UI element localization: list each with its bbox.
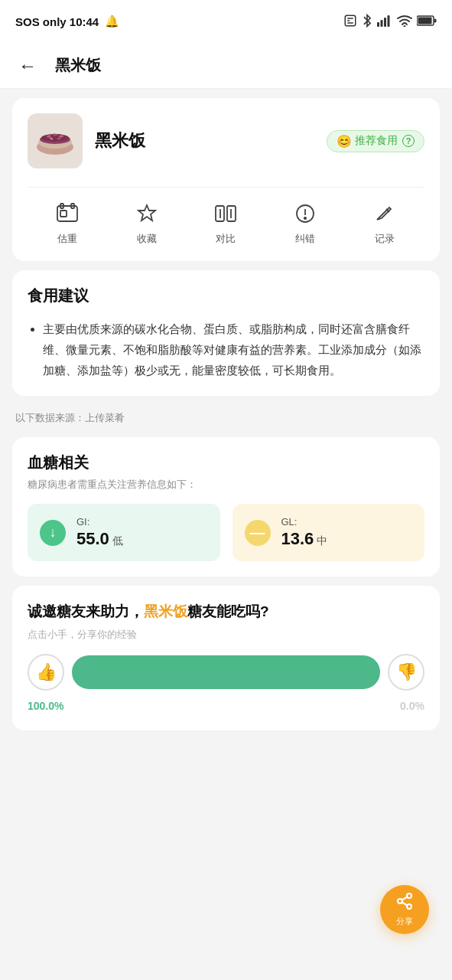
action-compare[interactable]: 对比 — [212, 200, 239, 246]
action-collect[interactable]: 收藏 — [133, 200, 161, 246]
action-label-correct: 纠错 — [295, 232, 315, 246]
food-image — [28, 113, 83, 168]
gl-box: — GL: 13.6中 — [233, 504, 425, 561]
svg-rect-7 — [418, 17, 432, 24]
svg-rect-21 — [60, 211, 67, 217]
share-fab-button[interactable]: 分享 — [380, 885, 429, 934]
action-label-compare: 对比 — [216, 232, 236, 246]
gi-info: GI: 55.0低 — [76, 516, 123, 549]
action-correct[interactable]: 纠错 — [291, 200, 319, 246]
community-subtitle: 点击小手，分享你的经验 — [28, 628, 424, 642]
blood-sugar-card: 血糖相关 糖尿病患者需重点关注营养信息如下： ↓ GI: 55.0低 — GL:… — [12, 437, 440, 577]
svg-rect-2 — [381, 20, 383, 27]
bluetooth-icon — [362, 14, 372, 30]
status-text: SOS only 10:44 — [15, 15, 99, 28]
nfc-icon — [343, 14, 357, 30]
share-label: 分享 — [396, 916, 413, 927]
recommend-badge: 😊 推荐食用 ? — [327, 130, 424, 152]
collect-icon — [133, 200, 161, 227]
wifi-icon — [397, 15, 412, 29]
gl-value: 13.6中 — [281, 529, 328, 549]
advice-list: 主要由优质来源的碳水化合物、蛋白质、或脂肪构成，同时还富含膳食纤维、微量元素、不… — [28, 318, 424, 381]
vote-bar — [72, 655, 380, 689]
data-source: 以下数据来源：上传菜肴 — [0, 405, 452, 431]
blood-sugar-title: 血糖相关 — [28, 452, 424, 473]
page-title: 黑米饭 — [55, 55, 101, 76]
gl-label: GL: — [281, 516, 328, 528]
svg-line-35 — [402, 897, 408, 900]
svg-line-34 — [402, 903, 408, 906]
badge-text: 推荐食用 — [355, 134, 398, 148]
blood-sugar-subtitle: 糖尿病患者需重点关注营养信息如下： — [28, 478, 424, 492]
thumb-up-percent: 100.0% — [28, 700, 63, 712]
gi-down-arrow-icon: ↓ — [40, 520, 66, 546]
svg-point-29 — [304, 217, 306, 219]
action-estimate[interactable]: 估重 — [54, 200, 81, 246]
compare-icon — [212, 200, 239, 227]
svg-point-5 — [404, 25, 406, 27]
share-icon — [395, 892, 414, 914]
thumb-up-button[interactable]: 👍 — [28, 654, 64, 691]
record-icon — [371, 200, 398, 227]
bell-icon: 🔔 — [105, 15, 119, 28]
gl-info: GL: 13.6中 — [281, 516, 328, 549]
badge-emoji: 😊 — [337, 134, 352, 149]
thumb-down-percent: 0.0% — [400, 700, 424, 712]
gl-dash-icon: — — [245, 520, 271, 546]
thumb-down-button[interactable]: 👎 — [388, 654, 424, 691]
svg-marker-22 — [138, 205, 155, 220]
signal-icon — [377, 15, 392, 29]
svg-rect-3 — [384, 18, 386, 27]
vote-row: 👍 👎 — [28, 654, 424, 691]
back-button[interactable]: ← — [15, 52, 40, 80]
battery-icon — [417, 15, 437, 28]
gi-box: ↓ GI: 55.0低 — [28, 504, 220, 561]
nav-bar: ← 黑米饭 — [0, 43, 452, 89]
status-left: SOS only 10:44 🔔 — [15, 15, 119, 28]
action-row: 估重 收藏 对比 — [28, 187, 424, 246]
action-label-collect: 收藏 — [137, 232, 157, 246]
community-title: 诚邀糖友来助力，黑米饭糖友能吃吗? — [28, 601, 424, 623]
advice-item: 主要由优质来源的碳水化合物、蛋白质、或脂肪构成，同时还富含膳食纤维、微量元素、不… — [43, 318, 424, 381]
advice-title: 食用建议 — [28, 286, 424, 306]
food-card: 黑米饭 😊 推荐食用 ? 估重 — [12, 98, 440, 261]
svg-rect-0 — [345, 15, 356, 26]
gi-label: GI: — [76, 516, 123, 528]
vote-labels: 100.0% 0.0% — [28, 695, 424, 712]
status-bar: SOS only 10:44 🔔 — [0, 0, 452, 43]
svg-rect-8 — [434, 18, 437, 22]
community-card: 诚邀糖友来助力，黑米饭糖友能吃吗? 点击小手，分享你的经验 👍 👎 100.0%… — [12, 586, 440, 730]
data-source-text: 以下数据来源：上传菜肴 — [15, 412, 125, 423]
action-label-estimate: 估重 — [57, 232, 77, 246]
gi-value: 55.0低 — [76, 529, 123, 549]
correct-icon — [291, 200, 319, 227]
advice-card: 食用建议 主要由优质来源的碳水化合物、蛋白质、或脂肪构成，同时还富含膳食纤维、微… — [12, 270, 440, 396]
help-icon[interactable]: ? — [402, 135, 415, 147]
food-header: 黑米饭 😊 推荐食用 ? — [28, 113, 424, 168]
svg-rect-1 — [377, 22, 379, 27]
action-label-record: 记录 — [375, 232, 395, 246]
gi-gl-row: ↓ GI: 55.0低 — GL: 13.6中 — [28, 504, 424, 561]
food-name: 黑米饭 — [95, 129, 314, 152]
estimate-icon — [54, 200, 81, 227]
svg-rect-4 — [388, 15, 390, 27]
action-record[interactable]: 记录 — [371, 200, 398, 246]
status-right — [343, 14, 437, 30]
